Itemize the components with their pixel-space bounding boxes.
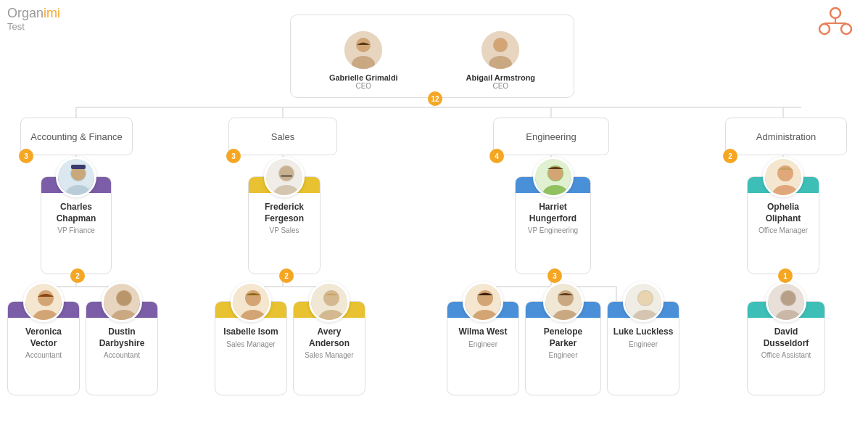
svg-point-1 — [819, 24, 830, 34]
avatar-harriet — [533, 157, 574, 197]
card-ophelia[interactable]: Ophelia Oliphant Office Manager — [747, 176, 819, 274]
dept-accounting-badge: 3 — [19, 149, 33, 163]
ceo-avatar-1 — [344, 31, 382, 69]
dept-engineering-label: Engineering — [526, 131, 576, 142]
svg-point-47 — [38, 290, 54, 306]
role-frederick: VP Sales — [270, 226, 299, 234]
avatar-isabelle — [231, 282, 271, 322]
name-penelope: Penelope Parker — [530, 327, 596, 349]
ceo-role-2: CEO — [492, 82, 508, 90]
logo-text-organ: Organ — [7, 6, 44, 20]
role-charles: VP Finance — [57, 226, 95, 234]
avatar-wilma — [463, 282, 503, 322]
svg-point-77 — [638, 291, 653, 305]
svg-point-0 — [830, 8, 840, 18]
role-wilma: Engineer — [468, 340, 497, 348]
dept-engineering[interactable]: Engineering — [493, 118, 609, 155]
role-isabelle: Sales Manager — [226, 340, 275, 348]
card-isabelle[interactable]: Isabelle Isom Sales Manager — [215, 301, 287, 395]
svg-rect-57 — [281, 175, 292, 177]
svg-point-40 — [494, 38, 507, 52]
svg-point-52 — [117, 291, 131, 305]
dept2-reports-badge: 2 — [279, 268, 294, 283]
dept1-reports-badge: 2 — [70, 268, 85, 283]
role-david: Office Assistant — [761, 351, 811, 359]
card-dustin[interactable]: Dustin Darbyshire Accountant — [86, 301, 158, 395]
logo-text-imi: imi — [44, 6, 60, 20]
dept-accounting-label: Accounting & Finance — [30, 131, 122, 142]
svg-point-72 — [558, 290, 574, 306]
card-luke[interactable]: Luke Luckless Engineer — [607, 301, 679, 395]
org-icon[interactable] — [817, 7, 853, 39]
svg-point-69 — [477, 290, 493, 306]
role-dustin: Accountant — [104, 351, 140, 359]
svg-point-2 — [841, 24, 851, 34]
card-charles-chapman[interactable]: Charles Chapman VP Finance — [41, 176, 112, 274]
dept-accounting[interactable]: Accounting & Finance — [20, 118, 133, 155]
ceo-name-2: Abigail Armstrong — [466, 73, 536, 82]
role-avery: Sales Manager — [305, 351, 353, 359]
dept-admin-label: Administration — [756, 131, 816, 142]
role-ophelia: Office Manager — [759, 226, 808, 234]
dept-admin-badge: 2 — [723, 149, 737, 163]
card-frederick[interactable]: Frederick Fergeson VP Sales — [248, 176, 321, 274]
dept-engineering-badge: 4 — [489, 149, 504, 163]
name-david: David Dusseldorf — [752, 327, 820, 349]
ceo-avatar-2 — [481, 31, 519, 69]
card-david[interactable]: David Dusseldorf Office Assistant — [747, 301, 825, 395]
logo-subtext: Test — [7, 21, 60, 32]
role-harriet: VP Engineering — [528, 226, 578, 234]
svg-point-56 — [279, 166, 294, 181]
ceo-box: Gabrielle Grimaldi CEO Abigail Armstrong… — [290, 15, 574, 98]
name-ophelia: Ophelia Oliphant — [752, 202, 814, 224]
dept-sales[interactable]: Sales — [228, 118, 337, 155]
avatar-frederick — [264, 157, 305, 197]
card-harriet[interactable]: Harriet Hungerford VP Engineering — [515, 176, 591, 274]
svg-point-62 — [323, 290, 339, 306]
root-badge: 12 — [428, 91, 442, 106]
avatar-dustin — [102, 282, 142, 322]
dept4-reports-badge: 1 — [778, 268, 793, 283]
logo: Organimi Test — [7, 6, 60, 32]
card-wilma[interactable]: Wilma West Engineer — [447, 301, 519, 395]
name-isabelle: Isabelle Isom — [223, 327, 278, 338]
svg-point-59 — [245, 290, 261, 306]
avatar-penelope — [543, 282, 584, 322]
dept-administration[interactable]: Administration — [725, 118, 847, 155]
dept-sales-badge: 3 — [226, 149, 241, 163]
role-penelope: Engineer — [548, 351, 577, 359]
ceo-person-2[interactable]: Abigail Armstrong CEO — [466, 31, 536, 90]
svg-point-84 — [781, 291, 795, 305]
dept3-reports-badge: 3 — [547, 268, 562, 283]
name-harriet: Harriet Hungerford — [520, 202, 586, 224]
card-veronica[interactable]: Veronica Vector Accountant — [7, 301, 80, 395]
name-luke: Luke Luckless — [613, 327, 674, 338]
avatar-charles — [56, 157, 96, 197]
svg-rect-45 — [71, 165, 86, 169]
name-veronica: Veronica Vector — [12, 327, 75, 349]
name-charles: Charles Chapman — [46, 202, 107, 224]
role-veronica: Accountant — [25, 351, 62, 359]
ceo-name-1: Gabrielle Grimaldi — [329, 73, 398, 82]
role-luke: Engineer — [629, 340, 658, 348]
name-frederick: Frederick Fergeson — [253, 202, 315, 224]
card-penelope[interactable]: Penelope Parker Engineer — [525, 301, 601, 395]
card-avery[interactable]: Avery Anderson Sales Manager — [293, 301, 365, 395]
dept-sales-label: Sales — [271, 131, 295, 142]
avatar-veronica — [23, 282, 64, 322]
org-chart: Organimi Test — [0, 0, 868, 423]
avatar-ophelia — [763, 157, 803, 197]
name-wilma: Wilma West — [458, 327, 507, 338]
avatar-david — [766, 282, 806, 322]
name-dustin: Dustin Darbyshire — [91, 327, 153, 349]
name-avery: Avery Anderson — [298, 327, 360, 349]
ceo-role-1: CEO — [355, 82, 371, 90]
ceo-person-1[interactable]: Gabrielle Grimaldi CEO — [329, 31, 398, 90]
avatar-luke — [623, 282, 664, 322]
avatar-avery — [309, 282, 350, 322]
